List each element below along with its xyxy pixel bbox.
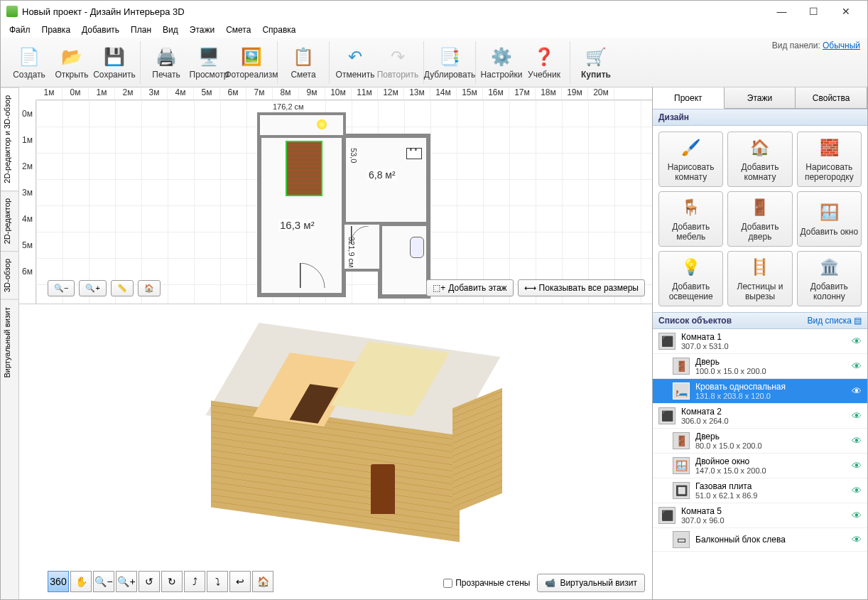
home-button[interactable]: 🏠	[138, 280, 161, 296]
printer-icon: 🖨️	[155, 45, 178, 68]
virtual-visit-button[interactable]: 📹Виртуальный визит	[537, 574, 645, 592]
panel-mode-label: Вид панели: Обычный	[772, 41, 860, 50]
visibility-toggle[interactable]: 👁	[852, 460, 862, 471]
open-button[interactable]: 📂Открыть	[50, 41, 93, 84]
menu-Этажи[interactable]: Этажи	[184, 23, 220, 36]
design-btn-8[interactable]: 🏛️Добавить колонну	[797, 251, 862, 306]
design-btn-5[interactable]: 🪟Добавить окно	[797, 191, 862, 247]
design-btn-3[interactable]: 🪑Добавить мебель	[658, 191, 723, 247]
stove-furniture[interactable]	[406, 148, 422, 159]
undo-button[interactable]: ↶Отменить	[334, 41, 376, 84]
room-3[interactable]	[378, 222, 430, 299]
preview-button[interactable]: 🖥️Просмотр	[188, 41, 230, 84]
design-btn-0[interactable]: 🖌️Нарисовать комнату	[658, 132, 723, 187]
zoom-out-3d-button[interactable]: 🔍−	[93, 571, 114, 592]
object-row[interactable]: ⬛Комната 1307.0 x 531.0👁	[653, 329, 867, 354]
object-row[interactable]: 🪟Двойное окно147.0 x 15.0 x 200.0👁	[653, 454, 867, 478]
object-row[interactable]: ▭Балконный блок слева👁	[653, 528, 867, 552]
ruler-vertical: 0м1м2м3м4м5м6м	[19, 100, 36, 304]
manual-button[interactable]: ❓Учебник	[523, 41, 565, 84]
door-arc-icon	[300, 263, 328, 291]
object-name: Кровать односпальная	[695, 382, 846, 392]
visibility-toggle[interactable]: 👁	[852, 534, 862, 545]
menu-Добавить[interactable]: Добавить	[76, 23, 125, 36]
visibility-toggle[interactable]: 👁	[852, 336, 862, 347]
bath-fixture[interactable]	[410, 237, 424, 258]
design-icon: 🪑	[680, 196, 702, 219]
vtab-0[interactable]: 2D-редактор и 3D-обзор	[1, 87, 18, 191]
pan-button[interactable]: ✋	[70, 571, 92, 592]
visibility-toggle[interactable]: 👁	[852, 360, 862, 372]
menu-Справка[interactable]: Справка	[256, 23, 301, 36]
save-button[interactable]: 💾Сохранить	[93, 41, 136, 84]
floorplan[interactable]: 176,2 см 53,0 16,3 м² 6,8 м² 321,9 см	[257, 112, 442, 294]
object-row[interactable]: 🔲Газовая плита51.0 x 62.1 x 86.9👁	[653, 478, 867, 503]
design-btn-6[interactable]: 💡Добавить освещение	[658, 251, 723, 306]
canvas-2d[interactable]: 1м0м1м2м3м4м5м6м7м8м9м10м11м12м13м14м15м…	[19, 87, 652, 304]
home-3d-button[interactable]: 🏠	[252, 571, 273, 592]
object-list[interactable]: ⬛Комната 1307.0 x 531.0👁🚪Дверь100.0 x 15…	[653, 329, 867, 599]
object-row[interactable]: ⬛Комната 5307.0 x 96.0👁	[653, 503, 867, 528]
design-btn-2[interactable]: 🧱Нарисовать перегородку	[797, 132, 862, 187]
show-dims-button[interactable]: ⟷Показывать все размеры	[518, 279, 645, 296]
window-title: Новый проект - Дизайн Интерьера 3D	[22, 6, 766, 17]
rtab-Этажи[interactable]: Этажи	[725, 87, 796, 108]
menu-План[interactable]: План	[125, 23, 157, 36]
reset-3d-button[interactable]: ↩	[229, 571, 251, 592]
measure-button[interactable]: 📏	[111, 280, 134, 296]
minimize-button[interactable]: —	[766, 1, 798, 21]
menu-Файл[interactable]: Файл	[4, 23, 36, 36]
visibility-toggle[interactable]: 👁	[852, 385, 862, 397]
design-btn-7[interactable]: 🪜Лестницы и вырезы	[727, 251, 792, 306]
tilt-up-button[interactable]: ⤴	[184, 571, 205, 592]
object-row[interactable]: 🛏️Кровать односпальная131.8 x 203.8 x 12…	[653, 379, 867, 404]
object-row[interactable]: 🚪Дверь100.0 x 15.0 x 200.0👁	[653, 354, 867, 379]
menu-Правка[interactable]: Правка	[36, 23, 77, 36]
vtab-1[interactable]: 2D-редактор	[1, 191, 18, 251]
zoom-in-3d-button[interactable]: 🔍+	[116, 571, 137, 592]
canvas-3d[interactable]: 360 ✋ 🔍− 🔍+ ↺ ↻ ⤴ ⤵ ↩ 🏠 Прозрачные стены…	[19, 304, 652, 599]
rotate-right-button[interactable]: ↻	[161, 571, 183, 592]
vtab-2[interactable]: 3D-обзор	[1, 251, 18, 299]
visibility-toggle[interactable]: 👁	[852, 435, 862, 446]
redo-button[interactable]: ↷Повторить	[376, 41, 419, 84]
estimate-button[interactable]: 📋Смета	[282, 41, 325, 84]
visibility-toggle[interactable]: 👁	[852, 410, 862, 422]
list-view-link[interactable]: Вид списка	[808, 316, 852, 326]
object-row[interactable]: ⬛Комната 2306.0 x 264.0👁	[653, 404, 867, 429]
transparent-walls-checkbox[interactable]: Прозрачные стены	[443, 578, 530, 588]
print-button[interactable]: 🖨️Печать	[145, 41, 188, 84]
visibility-toggle[interactable]: 👁	[852, 510, 862, 521]
menu-Вид[interactable]: Вид	[157, 23, 184, 36]
zoom-in-button[interactable]: 🔍‍+	[79, 280, 106, 296]
titlebar: Новый проект - Дизайн Интерьера 3D — ☐ ✕	[1, 1, 867, 22]
light-fixture[interactable]	[317, 119, 327, 129]
vtab-3[interactable]: Виртуальный визит	[1, 299, 18, 385]
balcony[interactable]	[257, 112, 346, 138]
ruler-horizontal: 1м0м1м2м3м4м5м6м7м8м9м10м11м12м13м14м15м…	[36, 87, 652, 100]
duplicate-button[interactable]: 📑Дублировать	[428, 41, 471, 84]
close-button[interactable]: ✕	[830, 1, 862, 21]
add-floor-button[interactable]: ⬚+Добавить этаж	[426, 279, 513, 296]
menu-Смета[interactable]: Смета	[220, 23, 256, 36]
bed-furniture[interactable]	[286, 141, 322, 196]
zoom-out-button[interactable]: 🔍‍−	[48, 280, 75, 296]
rtab-Проект[interactable]: Проект	[653, 87, 725, 109]
buy-button[interactable]: 🛒Купить	[575, 41, 617, 84]
tilt-down-button[interactable]: ⤵	[207, 571, 228, 592]
settings-button[interactable]: ⚙️Настройки	[480, 41, 523, 84]
orbit-360-button[interactable]: 360	[48, 571, 69, 592]
design-btn-4[interactable]: 🚪Добавить дверь	[727, 191, 792, 247]
rtab-Свойства[interactable]: Свойства	[796, 87, 867, 108]
object-row[interactable]: 🚪Дверь80.0 x 15.0 x 200.0👁	[653, 429, 867, 454]
panel-mode-link[interactable]: Обычный	[823, 41, 860, 50]
right-panel: ПроектЭтажиСвойства Дизайн 🖌️Нарисовать …	[653, 87, 867, 599]
photorealism-button[interactable]: 🖼️Фотореализм	[230, 41, 273, 84]
maximize-button[interactable]: ☐	[798, 1, 830, 21]
list-view-icon[interactable]: ▤	[854, 316, 862, 326]
design-btn-1[interactable]: 🏠Добавить комнату	[727, 132, 792, 187]
rotate-left-button[interactable]: ↺	[139, 571, 160, 592]
visibility-toggle[interactable]: 👁	[852, 485, 862, 496]
create-button[interactable]: 📄Создать	[8, 41, 50, 84]
door-icon: 🚪	[673, 358, 690, 375]
